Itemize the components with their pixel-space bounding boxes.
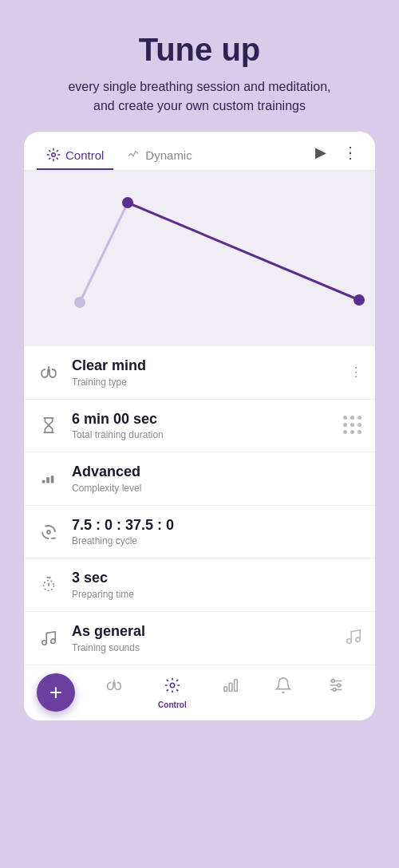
nav-items: Control — [88, 673, 362, 712]
breathing-chart — [24, 171, 375, 346]
hero-subtitle: every single breathing session and medit… — [24, 77, 375, 116]
nav-bell-icon — [275, 677, 292, 698]
music-note-icon — [37, 626, 61, 650]
tab-control-label: Control — [65, 148, 104, 162]
sounds-action[interactable] — [345, 628, 362, 649]
row-sounds: As general Training sounds — [24, 612, 375, 665]
cycle-icon — [37, 520, 61, 544]
svg-point-5 — [354, 294, 365, 306]
training-type-content: Clear mind Training type — [72, 357, 338, 388]
duration-action[interactable] — [343, 416, 362, 435]
breathing-cycle-value: 7.5 : 0 : 37.5 : 0 — [72, 517, 362, 535]
svg-point-10 — [347, 639, 352, 644]
row-training-type: Clear mind Training type ⋮ — [24, 346, 375, 400]
tab-control[interactable]: Control — [37, 141, 113, 170]
breathing-cycle-label: Breathing cycle — [72, 535, 362, 546]
complexity-label: Complexity level — [72, 483, 362, 494]
row-duration: 6 min 00 sec Total training duration — [24, 400, 375, 453]
tab-dynamic-label: Dynamic — [145, 148, 192, 162]
svg-point-11 — [356, 637, 361, 642]
dynamic-tab-icon — [126, 148, 140, 162]
svg-line-2 — [128, 203, 359, 300]
info-list: Clear mind Training type ⋮ 6 min 00 sec … — [24, 346, 375, 665]
duration-value: 6 min 00 sec — [72, 411, 332, 428]
svg-point-3 — [74, 297, 85, 308]
row-preparing: 3 sec Preparing time — [24, 558, 375, 612]
nav-control[interactable]: Control — [152, 673, 193, 712]
tab-bar: Control Dynamic ▶ ⋮ — [24, 132, 375, 171]
nav-control-icon — [164, 677, 181, 698]
lungs-icon — [37, 361, 61, 385]
steps-icon — [37, 467, 61, 491]
svg-point-20 — [338, 684, 341, 687]
duration-label: Total training duration — [72, 429, 332, 440]
main-card: Control Dynamic ▶ ⋮ — [24, 132, 375, 720]
training-type-action[interactable]: ⋮ — [350, 365, 362, 380]
nav-sliders-icon — [327, 677, 345, 698]
more-button[interactable]: ⋮ — [339, 141, 362, 164]
nav-lungs-icon — [105, 677, 123, 698]
svg-point-9 — [51, 639, 56, 644]
nav-sliders[interactable] — [321, 673, 351, 712]
sounds-label: Training sounds — [72, 642, 334, 653]
nav-stats[interactable] — [215, 673, 246, 712]
nav-stats-icon — [222, 677, 239, 698]
hero-section: Tune up every single breathing session a… — [0, 0, 399, 132]
sounds-content: As general Training sounds — [72, 623, 334, 653]
training-type-label: Training type — [72, 377, 338, 388]
nav-control-label: Control — [158, 700, 187, 709]
svg-point-6 — [47, 531, 50, 534]
row-breathing-cycle: 7.5 : 0 : 37.5 : 0 Breathing cycle — [24, 506, 375, 559]
sounds-value: As general — [72, 623, 334, 641]
svg-point-12 — [170, 683, 175, 688]
bottom-nav: + Control — [24, 665, 375, 720]
row-complexity: Advanced Complexity level — [24, 452, 375, 506]
svg-line-1 — [80, 203, 128, 302]
complexity-value: Advanced — [72, 464, 362, 481]
complexity-content: Advanced Complexity level — [72, 464, 362, 494]
svg-point-19 — [331, 679, 334, 682]
svg-point-4 — [122, 197, 133, 208]
svg-point-0 — [52, 153, 56, 157]
duration-content: 6 min 00 sec Total training duration — [72, 411, 332, 441]
timer-icon — [37, 573, 61, 597]
chart-area — [24, 171, 375, 346]
tab-dynamic[interactable]: Dynamic — [117, 141, 201, 170]
preparing-value: 3 sec — [72, 570, 362, 587]
nav-bell[interactable] — [268, 673, 298, 712]
svg-rect-14 — [229, 683, 232, 691]
svg-rect-15 — [234, 679, 237, 691]
play-button[interactable]: ▶ — [312, 142, 330, 163]
preparing-content: 3 sec Preparing time — [72, 570, 362, 600]
fab-button[interactable]: + — [37, 673, 75, 712]
preparing-label: Preparing time — [72, 589, 362, 600]
hourglass-icon — [37, 413, 61, 437]
svg-rect-13 — [223, 686, 227, 691]
nav-lungs[interactable] — [99, 673, 129, 712]
svg-point-21 — [333, 688, 336, 691]
breathing-cycle-content: 7.5 : 0 : 37.5 : 0 Breathing cycle — [72, 517, 362, 547]
control-tab-icon — [46, 148, 61, 162]
svg-point-8 — [42, 641, 47, 645]
training-type-value: Clear mind — [72, 357, 338, 375]
tab-actions: ▶ ⋮ — [312, 141, 362, 170]
hero-title: Tune up — [24, 32, 375, 68]
